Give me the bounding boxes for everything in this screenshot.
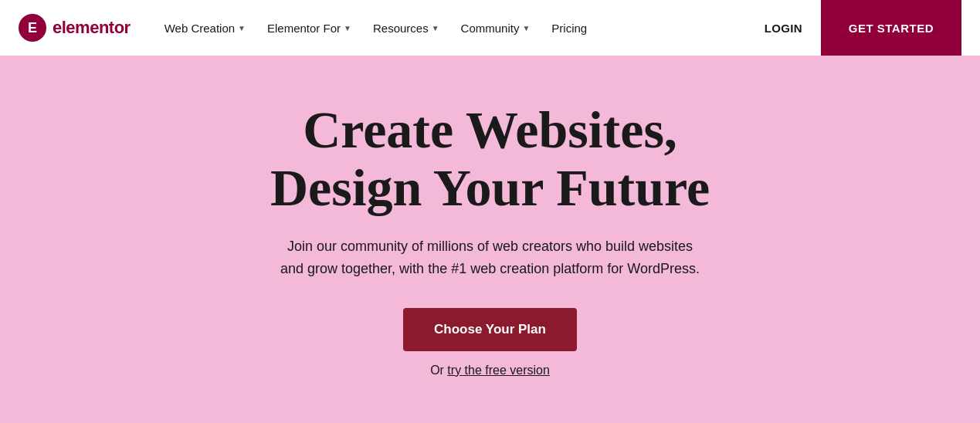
get-started-button[interactable]: GET STARTED: [821, 0, 961, 56]
hero-section: Create Websites, Design Your Future Join…: [0, 56, 980, 423]
login-button[interactable]: LOGIN: [746, 14, 821, 42]
chevron-down-icon: ▼: [344, 24, 351, 32]
nav-item-community[interactable]: Community ▼: [452, 15, 540, 41]
hero-subtitle: Join our community of millions of web cr…: [274, 235, 707, 280]
logo-link[interactable]: E elementor: [19, 14, 131, 42]
choose-plan-button[interactable]: Choose Your Plan: [403, 308, 577, 351]
logo-text: elementor: [53, 18, 131, 38]
free-version-link[interactable]: try the free version: [447, 364, 550, 377]
hero-title: Create Websites, Design Your Future: [270, 101, 710, 217]
chevron-down-icon: ▼: [432, 24, 439, 32]
logo-icon: E: [19, 14, 46, 42]
free-version-text: Or try the free version: [430, 364, 550, 377]
nav-item-pricing[interactable]: Pricing: [542, 15, 596, 41]
nav-item-elementor-for[interactable]: Elementor For ▼: [258, 15, 361, 41]
chevron-down-icon: ▼: [238, 24, 246, 32]
nav-menu: Web Creation ▼ Elementor For ▼ Resources…: [155, 15, 746, 41]
chevron-down-icon: ▼: [522, 24, 530, 32]
nav-item-resources[interactable]: Resources ▼: [364, 15, 449, 41]
nav-right: LOGIN GET STARTED: [746, 0, 961, 56]
nav-item-web-creation[interactable]: Web Creation ▼: [155, 15, 255, 41]
navbar: E elementor Web Creation ▼ Elementor For…: [0, 0, 980, 56]
